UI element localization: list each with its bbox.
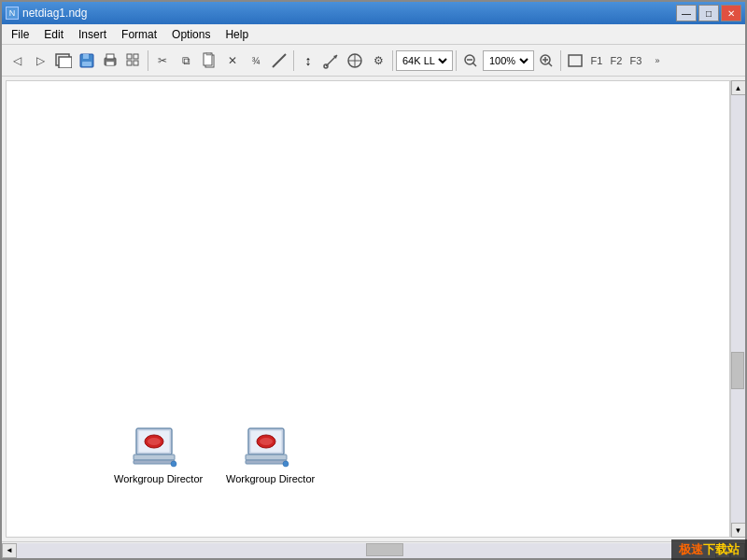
svg-rect-29 [569,55,582,66]
tool3-button[interactable] [344,49,366,73]
grid-button[interactable] [122,49,145,73]
sep1 [148,50,148,71]
svg-rect-41 [246,455,287,460]
svg-rect-42 [246,460,287,464]
sep4 [456,50,457,71]
paste-button[interactable] [198,49,220,73]
zoom-type-select[interactable]: 64K LL 32K LL 16K LL [399,54,450,67]
cut-button[interactable]: ✂ [151,49,174,73]
menu-insert[interactable]: Insert [71,26,114,43]
maximize-button[interactable]: □ [698,5,719,21]
svg-rect-4 [82,62,92,66]
window-title: netdiag1.ndg [22,7,87,20]
svg-rect-34 [134,455,175,460]
zoom-level-dropdown[interactable]: 50% 75% 100% 150% 200% [483,50,534,71]
sep5 [560,50,561,71]
svg-point-43 [283,461,289,467]
diagram-item-1[interactable]: Workgroup Director [114,427,203,484]
svg-rect-11 [134,61,138,65]
svg-line-26 [548,63,552,66]
menu-file[interactable]: File [4,26,36,43]
scroll-left-arrow[interactable]: ◄ [2,543,17,558]
svg-rect-9 [134,54,138,59]
connect-button[interactable] [320,49,343,73]
svg-rect-10 [127,61,132,65]
scroll-track-h[interactable] [17,543,715,558]
scroll-thumb-h[interactable] [366,543,403,556]
menu-options[interactable]: Options [164,26,218,43]
menu-bar: File Edit Insert Format Options Help [2,24,745,45]
svg-point-36 [171,461,176,467]
delete-button[interactable]: ✕ [221,49,244,73]
toolbar: ◁ ▷ ✂ ⧉ ✕ ¾ ↕ [2,45,745,77]
diagram-item-1-label: Workgroup Director [114,473,203,484]
new-frame-button[interactable] [52,49,75,73]
print-button[interactable] [99,49,121,73]
pointer-button[interactable]: ↕ [297,49,319,73]
scroll-thumb-v[interactable] [731,352,744,389]
scrollbar-horizontal: ◄ ► [2,541,745,558]
svg-line-15 [273,54,286,67]
svg-rect-8 [127,54,132,59]
zoom-type-dropdown[interactable]: 64K LL 32K LL 16K LL [396,50,453,71]
scroll-up-arrow[interactable]: ▲ [731,80,746,95]
menu-edit[interactable]: Edit [36,26,71,43]
menu-help[interactable]: Help [218,26,256,43]
save-button[interactable] [76,49,98,73]
diagram-item-2[interactable]: Workgroup Director [226,427,315,484]
line-button[interactable] [268,49,290,73]
title-bar: N netdiag1.ndg — □ ✕ [2,2,745,24]
copy-button[interactable]: ⧉ [175,49,197,73]
fit-button[interactable] [564,49,586,73]
f2-button[interactable]: F2 [607,49,626,73]
svg-rect-3 [83,54,89,59]
diagram-item-2-label: Workgroup Director [226,473,315,484]
svg-rect-6 [106,54,114,59]
title-controls: — □ ✕ [676,5,741,21]
svg-line-23 [472,63,476,66]
scroll-track-v[interactable] [731,95,746,523]
zoom-level-select[interactable]: 50% 75% 100% 150% 200% [486,54,531,67]
f3-button[interactable]: F3 [627,49,645,73]
zoom-in-button[interactable] [535,49,557,73]
app-icon: N [6,7,19,20]
sep2 [293,50,294,71]
scrollbar-vertical: ▲ ▼ [730,80,745,538]
fraction-button[interactable]: ¾ [245,49,267,73]
menu-format[interactable]: Format [114,26,164,43]
f1-button[interactable]: F1 [587,49,606,73]
minimize-button[interactable]: — [676,5,697,21]
workgroup-director-icon-1 [129,427,189,471]
workgroup-director-icon-2 [241,427,301,471]
close-button[interactable]: ✕ [721,5,741,21]
main-content: Workgroup Director Workgroup Director [2,77,745,541]
overflow-button[interactable]: » [646,49,669,73]
title-bar-left: N netdiag1.ndg [6,7,87,20]
scroll-down-arrow[interactable]: ▼ [731,523,746,538]
svg-rect-35 [134,460,175,464]
forward-button[interactable]: ▷ [29,49,51,73]
watermark: 极速下载站 [671,539,747,560]
zoom-out-button[interactable] [459,49,482,73]
sep3 [392,50,393,71]
svg-point-33 [148,438,161,445]
back-button[interactable]: ◁ [6,49,28,73]
canvas-area[interactable]: Workgroup Director Workgroup Director [6,80,730,538]
svg-point-40 [260,438,273,445]
plugin-button[interactable]: ⚙ [367,49,389,73]
svg-rect-1 [59,57,72,68]
svg-rect-7 [106,62,114,65]
main-window: N netdiag1.ndg — □ ✕ File Edit Insert Fo… [0,0,747,560]
svg-rect-14 [206,52,211,55]
